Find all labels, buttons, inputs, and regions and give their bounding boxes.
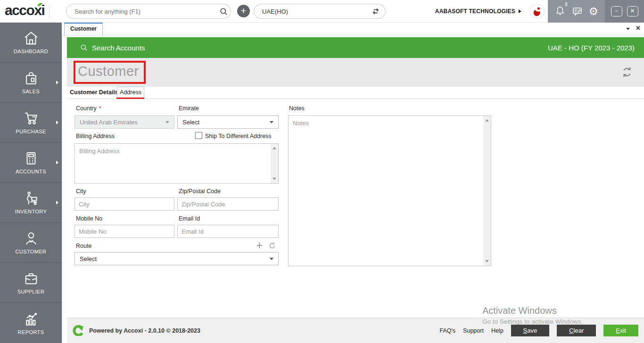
sidebar-item-label: ACCOUNTS	[16, 169, 46, 174]
emirate-value: Select	[182, 119, 199, 126]
branch-selector[interactable]: UAE(HO)	[254, 4, 386, 19]
module-header-bar: Search Accounts UAE - HO (FY 2023 - 2023…	[67, 37, 644, 58]
sidebar-item-supplier[interactable]: SUPPLIER	[0, 263, 62, 303]
document-tab-strip: Customer ✕	[62, 23, 644, 35]
calculator-icon	[23, 151, 39, 166]
billing-address-label: Billing Address	[76, 133, 115, 139]
country-label: Country*	[76, 105, 101, 112]
help-link[interactable]: Help	[491, 327, 504, 334]
messages-icon[interactable]	[571, 6, 583, 17]
sidebar-item-label: SUPPLIER	[17, 289, 45, 294]
sidebar-item-label: PURCHASE	[16, 129, 46, 134]
scroll-up-icon[interactable]	[485, 119, 489, 122]
chevron-right-icon	[56, 121, 58, 124]
search-accounts-label: Search Accounts	[92, 44, 145, 52]
mobile-input[interactable]	[74, 225, 174, 238]
page-header: Customer	[67, 58, 644, 87]
window-controls: − ✕	[605, 0, 644, 23]
faq-link[interactable]: FAQ's	[439, 327, 455, 334]
support-link[interactable]: Support	[463, 327, 484, 334]
notification-badge: 8	[565, 2, 568, 7]
ship-to-different-address-checkbox[interactable]	[195, 132, 202, 139]
inventory-trolley-icon	[23, 191, 40, 206]
zip-input[interactable]	[177, 197, 279, 211]
form-tabs: Customer Details Address	[67, 87, 644, 99]
email-input[interactable]	[177, 225, 279, 238]
tab-address[interactable]: Address	[117, 87, 144, 98]
chevron-right-icon	[56, 161, 58, 164]
tab-customer-details[interactable]: Customer Details	[70, 89, 118, 96]
scrollbar[interactable]	[271, 144, 278, 183]
notification-tray: 8 ⚙	[548, 0, 605, 23]
save-button[interactable]: Save	[511, 325, 550, 336]
search-accounts-button[interactable]: Search Accounts	[67, 43, 145, 52]
close-button[interactable]: ✕	[627, 6, 638, 16]
sidebar-item-label: DASHBOARD	[14, 49, 48, 54]
shopping-bag-icon	[23, 71, 39, 86]
reload-routes-icon[interactable]	[268, 242, 276, 250]
sidebar-item-reports[interactable]: REPORTS	[0, 303, 62, 343]
shopping-cart-icon	[23, 111, 40, 126]
chevron-down-icon	[270, 121, 273, 123]
accoxi-logo: accoxi	[5, 2, 44, 18]
refresh-icon[interactable]	[620, 65, 634, 79]
tab-close-icon[interactable]: ✕	[636, 24, 641, 32]
avatar[interactable]	[530, 4, 544, 18]
sidebar-item-purchase[interactable]: PURCHASE	[0, 103, 62, 143]
quick-add-button[interactable]: +	[237, 5, 250, 17]
sidebar-item-label: SALES	[22, 89, 40, 94]
scroll-down-icon[interactable]	[272, 178, 276, 180]
billing-address-textarea[interactable]: Billing Address	[74, 143, 279, 184]
fiscal-year-label: UAE - HO (FY 2023 - 2023)	[548, 44, 644, 52]
company-menu[interactable]: AABASOFT TECHNOLOGIES	[435, 0, 521, 23]
sidebar-item-sales[interactable]: SALES	[0, 63, 62, 103]
country-value: United Arab Emirates	[80, 119, 138, 126]
footer-bar: Powered by Accoxi - 2.0.10 © 2018-2023 F…	[67, 318, 644, 343]
page-title: Customer	[78, 64, 139, 79]
notifications-bell-icon[interactable]: 8	[554, 5, 566, 17]
sidebar-item-label: CUSTOMER	[16, 249, 47, 254]
logo-text: acco	[5, 2, 34, 18]
minimize-button[interactable]: −	[611, 6, 622, 16]
settings-gear-icon[interactable]: ⚙	[588, 6, 598, 17]
scroll-up-icon[interactable]	[272, 147, 276, 149]
sidebar-item-dashboard[interactable]: DASHBOARD	[0, 23, 62, 63]
version-label: Powered by Accoxi - 2.0.10 © 2018-2023	[89, 327, 200, 334]
sidebar-item-label: INVENTORY	[15, 209, 47, 214]
switch-branch-icon[interactable]	[371, 7, 380, 16]
sidebar-item-label: REPORTS	[18, 329, 44, 335]
search-icon[interactable]	[216, 7, 231, 16]
chevron-down-icon	[270, 258, 273, 260]
billing-address-placeholder: Billing Address	[79, 147, 119, 155]
logo-text-end: i	[41, 2, 45, 18]
city-input[interactable]	[74, 197, 174, 211]
branch-value: UAE(HO)	[262, 8, 288, 15]
search-input[interactable]	[66, 8, 216, 15]
add-route-icon[interactable]: +	[256, 240, 263, 250]
accoxi-footer-icon	[72, 325, 84, 336]
top-bar: accoxi + UAE(HO) AABASOFT TECHNOLOGIES	[0, 0, 644, 23]
sidebar-item-accounts[interactable]: ACCOUNTS	[0, 143, 62, 183]
email-label: Email Id	[179, 215, 200, 222]
tab-list-dropdown-icon[interactable]	[626, 28, 630, 30]
chevron-down-icon	[165, 121, 169, 123]
clear-button[interactable]: Clear	[557, 325, 596, 336]
scroll-down-icon[interactable]	[485, 260, 489, 262]
notes-textarea[interactable]: Notes	[288, 115, 491, 266]
emirate-label: Emirate	[179, 105, 199, 112]
notes-placeholder: Notes	[293, 120, 309, 127]
global-search	[66, 4, 231, 19]
ship-to-different-address-label: Ship To Different Address	[205, 133, 272, 139]
scrollbar[interactable]	[483, 116, 491, 266]
chevron-right-icon	[56, 81, 58, 84]
tab-customer[interactable]: Customer	[64, 23, 103, 35]
emirate-select[interactable]: Select	[177, 115, 279, 129]
city-label: City	[76, 188, 86, 195]
sidebar-item-customer[interactable]: CUSTOMER	[0, 223, 62, 263]
route-select[interactable]: Select	[74, 252, 279, 265]
home-icon	[23, 31, 40, 46]
sidebar-item-inventory[interactable]: INVENTORY	[0, 183, 62, 223]
chevron-right-icon	[519, 9, 521, 13]
exit-button[interactable]: Exit	[603, 325, 638, 336]
mobile-label: Mobile No	[76, 215, 102, 222]
